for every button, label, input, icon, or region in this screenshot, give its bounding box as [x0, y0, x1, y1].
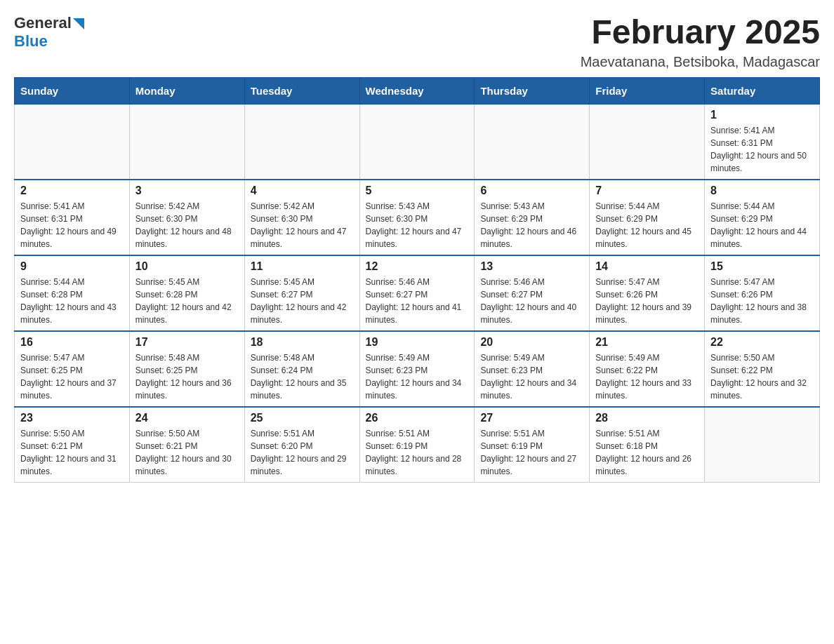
day-number: 13 [480, 260, 583, 273]
day-number: 7 [595, 185, 699, 197]
logo-general-text: General [14, 14, 72, 32]
day-number: 23 [20, 412, 124, 424]
day-info: Sunrise: 5:43 AMSunset: 6:30 PMDaylight:… [366, 200, 469, 250]
day-cell [244, 104, 359, 180]
day-cell [129, 104, 244, 180]
calendar-table: Sunday Monday Tuesday Wednesday Thursday… [14, 77, 820, 483]
day-cell [590, 104, 705, 180]
header-friday: Friday [590, 77, 705, 104]
day-number: 19 [366, 336, 469, 349]
day-info: Sunrise: 5:45 AMSunset: 6:28 PMDaylight:… [135, 276, 239, 326]
header-thursday: Thursday [475, 77, 590, 104]
day-cell: 28Sunrise: 5:51 AMSunset: 6:18 PMDayligh… [590, 407, 705, 483]
day-info: Sunrise: 5:51 AMSunset: 6:20 PMDaylight:… [251, 427, 354, 478]
day-info: Sunrise: 5:44 AMSunset: 6:29 PMDaylight:… [710, 200, 814, 250]
day-info: Sunrise: 5:51 AMSunset: 6:18 PMDaylight:… [595, 427, 699, 478]
day-info: Sunrise: 5:43 AMSunset: 6:29 PMDaylight:… [480, 200, 583, 250]
day-info: Sunrise: 5:42 AMSunset: 6:30 PMDaylight:… [251, 200, 354, 250]
day-info: Sunrise: 5:49 AMSunset: 6:23 PMDaylight:… [480, 351, 583, 402]
day-number: 1 [710, 109, 814, 121]
day-number: 26 [366, 412, 469, 424]
day-info: Sunrise: 5:48 AMSunset: 6:24 PMDaylight:… [251, 351, 354, 402]
day-number: 15 [710, 260, 814, 273]
day-cell: 17Sunrise: 5:48 AMSunset: 6:25 PMDayligh… [129, 331, 244, 407]
day-cell: 4Sunrise: 5:42 AMSunset: 6:30 PMDaylight… [244, 180, 359, 255]
day-cell: 8Sunrise: 5:44 AMSunset: 6:29 PMDaylight… [705, 180, 820, 255]
day-info: Sunrise: 5:44 AMSunset: 6:29 PMDaylight:… [595, 200, 699, 250]
day-cell: 26Sunrise: 5:51 AMSunset: 6:19 PMDayligh… [359, 407, 475, 483]
day-info: Sunrise: 5:44 AMSunset: 6:28 PMDaylight:… [20, 276, 124, 326]
day-cell: 15Sunrise: 5:47 AMSunset: 6:26 PMDayligh… [705, 255, 820, 331]
title-block: February 2025 Maevatanana, Betsiboka, Ma… [581, 14, 820, 70]
logo: General Blue [14, 14, 84, 51]
day-info: Sunrise: 5:47 AMSunset: 6:26 PMDaylight:… [595, 276, 699, 326]
day-cell: 25Sunrise: 5:51 AMSunset: 6:20 PMDayligh… [244, 407, 359, 483]
day-cell: 7Sunrise: 5:44 AMSunset: 6:29 PMDaylight… [590, 180, 705, 255]
day-cell [359, 104, 475, 180]
day-info: Sunrise: 5:49 AMSunset: 6:23 PMDaylight:… [366, 351, 469, 402]
day-cell: 13Sunrise: 5:46 AMSunset: 6:27 PMDayligh… [475, 255, 590, 331]
header-saturday: Saturday [705, 77, 820, 104]
day-number: 5 [366, 185, 469, 197]
day-cell: 11Sunrise: 5:45 AMSunset: 6:27 PMDayligh… [244, 255, 359, 331]
day-cell: 12Sunrise: 5:46 AMSunset: 6:27 PMDayligh… [359, 255, 475, 331]
day-info: Sunrise: 5:50 AMSunset: 6:22 PMDaylight:… [710, 351, 814, 402]
day-number: 14 [595, 260, 699, 273]
day-number: 3 [135, 185, 239, 197]
logo-arrow-icon [73, 18, 84, 29]
day-info: Sunrise: 5:51 AMSunset: 6:19 PMDaylight:… [480, 427, 583, 478]
location-subtitle: Maevatanana, Betsiboka, Madagascar [581, 54, 820, 70]
day-number: 28 [595, 412, 699, 424]
day-number: 27 [480, 412, 583, 424]
day-cell [15, 104, 130, 180]
day-info: Sunrise: 5:48 AMSunset: 6:25 PMDaylight:… [135, 351, 239, 402]
day-info: Sunrise: 5:50 AMSunset: 6:21 PMDaylight:… [20, 427, 124, 478]
day-cell: 20Sunrise: 5:49 AMSunset: 6:23 PMDayligh… [475, 331, 590, 407]
day-number: 20 [480, 336, 583, 349]
header-monday: Monday [129, 77, 244, 104]
day-info: Sunrise: 5:42 AMSunset: 6:30 PMDaylight:… [135, 200, 239, 250]
day-info: Sunrise: 5:47 AMSunset: 6:25 PMDaylight:… [20, 351, 124, 402]
day-cell [705, 407, 820, 483]
week-row-4: 23Sunrise: 5:50 AMSunset: 6:21 PMDayligh… [15, 407, 820, 483]
day-number: 22 [710, 336, 814, 349]
day-number: 21 [595, 336, 699, 349]
day-number: 8 [710, 185, 814, 197]
day-info: Sunrise: 5:41 AMSunset: 6:31 PMDaylight:… [20, 200, 124, 250]
day-info: Sunrise: 5:49 AMSunset: 6:22 PMDaylight:… [595, 351, 699, 402]
header-wednesday: Wednesday [359, 77, 475, 104]
day-info: Sunrise: 5:47 AMSunset: 6:26 PMDaylight:… [710, 276, 814, 326]
day-cell: 10Sunrise: 5:45 AMSunset: 6:28 PMDayligh… [129, 255, 244, 331]
day-number: 4 [251, 185, 354, 197]
day-info: Sunrise: 5:41 AMSunset: 6:31 PMDaylight:… [710, 124, 814, 175]
week-row-1: 2Sunrise: 5:41 AMSunset: 6:31 PMDaylight… [15, 180, 820, 255]
day-cell: 2Sunrise: 5:41 AMSunset: 6:31 PMDaylight… [15, 180, 130, 255]
day-number: 12 [366, 260, 469, 273]
day-number: 24 [135, 412, 239, 424]
week-row-0: 1Sunrise: 5:41 AMSunset: 6:31 PMDaylight… [15, 104, 820, 180]
day-cell: 19Sunrise: 5:49 AMSunset: 6:23 PMDayligh… [359, 331, 475, 407]
day-cell: 18Sunrise: 5:48 AMSunset: 6:24 PMDayligh… [244, 331, 359, 407]
day-number: 9 [20, 260, 124, 273]
day-number: 6 [480, 185, 583, 197]
day-cell: 9Sunrise: 5:44 AMSunset: 6:28 PMDaylight… [15, 255, 130, 331]
day-info: Sunrise: 5:51 AMSunset: 6:19 PMDaylight:… [366, 427, 469, 478]
day-number: 11 [251, 260, 354, 273]
day-cell: 1Sunrise: 5:41 AMSunset: 6:31 PMDaylight… [705, 104, 820, 180]
day-number: 10 [135, 260, 239, 273]
day-cell: 27Sunrise: 5:51 AMSunset: 6:19 PMDayligh… [475, 407, 590, 483]
day-number: 16 [20, 336, 124, 349]
day-number: 2 [20, 185, 124, 197]
day-info: Sunrise: 5:45 AMSunset: 6:27 PMDaylight:… [251, 276, 354, 326]
day-number: 25 [251, 412, 354, 424]
day-number: 17 [135, 336, 239, 349]
day-cell: 22Sunrise: 5:50 AMSunset: 6:22 PMDayligh… [705, 331, 820, 407]
day-cell: 6Sunrise: 5:43 AMSunset: 6:29 PMDaylight… [475, 180, 590, 255]
weekday-header-row: Sunday Monday Tuesday Wednesday Thursday… [15, 77, 820, 104]
week-row-2: 9Sunrise: 5:44 AMSunset: 6:28 PMDaylight… [15, 255, 820, 331]
header-sunday: Sunday [15, 77, 130, 104]
day-cell [475, 104, 590, 180]
calendar-title: February 2025 [581, 14, 820, 51]
day-info: Sunrise: 5:46 AMSunset: 6:27 PMDaylight:… [480, 276, 583, 326]
day-info: Sunrise: 5:46 AMSunset: 6:27 PMDaylight:… [366, 276, 469, 326]
